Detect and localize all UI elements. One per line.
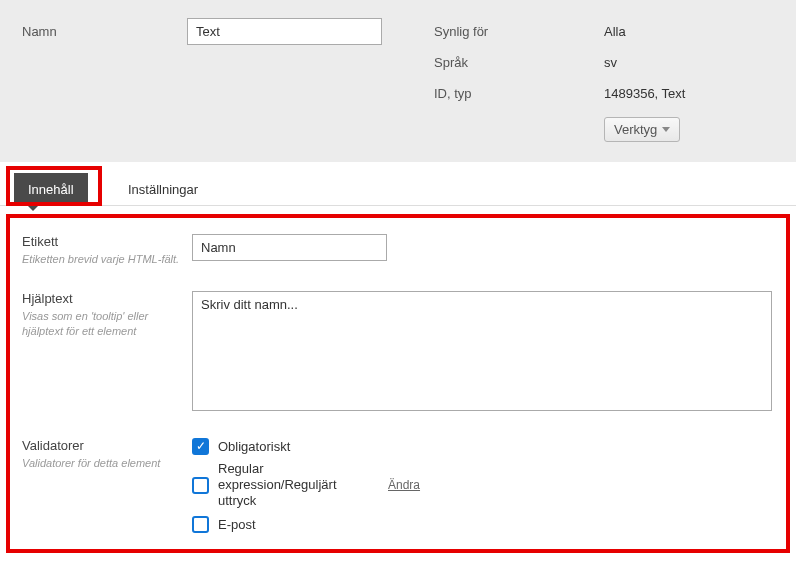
tabs: Innehåll Inställningar: [0, 162, 796, 206]
helptext-help: Visas som en 'tooltip' eller hjälptext f…: [22, 309, 180, 339]
visible-for-label: Synlig för: [434, 24, 604, 39]
id-type-label: ID, typ: [434, 86, 604, 101]
checkbox-required[interactable]: ✓: [192, 438, 209, 455]
etikett-label: Etikett: [22, 234, 180, 249]
language-label: Språk: [434, 55, 604, 70]
id-type-value: 1489356, Text: [604, 86, 685, 101]
chevron-down-icon: [662, 127, 670, 132]
validator-regex-label: Regular expression/Reguljärt uttryck: [218, 461, 378, 510]
tab-content[interactable]: Innehåll: [14, 173, 88, 206]
content-area: Etikett Etiketten brevid varje HTML-fält…: [0, 206, 796, 557]
regex-change-link[interactable]: Ändra: [388, 478, 420, 492]
validators-label: Validatorer: [22, 438, 180, 453]
tools-label: Verktyg: [614, 122, 657, 137]
checkbox-regex[interactable]: [192, 477, 209, 494]
check-icon: ✓: [196, 440, 206, 452]
validator-required-label: Obligatoriskt: [218, 439, 290, 454]
etikett-help: Etiketten brevid varje HTML-fält.: [22, 252, 180, 267]
checkbox-email[interactable]: [192, 516, 209, 533]
validators-help: Validatorer för detta element: [22, 456, 180, 471]
validator-email-label: E-post: [218, 517, 256, 532]
language-value: sv: [604, 55, 617, 70]
tab-settings[interactable]: Inställningar: [114, 173, 212, 206]
tools-dropdown[interactable]: Verktyg: [604, 117, 680, 142]
name-input[interactable]: [187, 18, 382, 45]
etikett-input[interactable]: [192, 234, 387, 261]
helptext-label: Hjälptext: [22, 291, 180, 306]
helptext-textarea[interactable]: Skriv ditt namn...: [192, 291, 772, 411]
visible-for-value: Alla: [604, 24, 626, 39]
header-panel: Namn Synlig för Alla Språk sv ID, typ 14…: [0, 0, 796, 162]
name-label: Namn: [22, 18, 187, 45]
